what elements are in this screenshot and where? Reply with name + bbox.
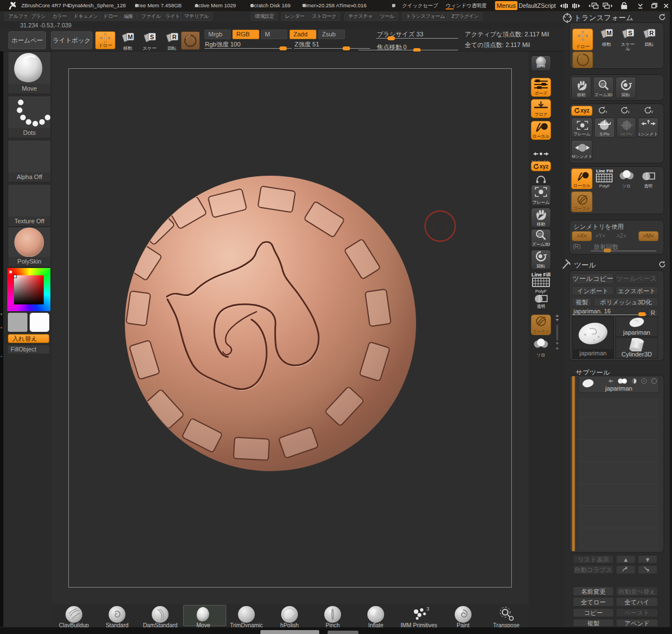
svg-text:3D: 3D (538, 232, 543, 236)
svg-text:M: M (128, 34, 133, 40)
svg-text:BPR: BPR (536, 64, 545, 69)
svg-text:x: x (605, 110, 607, 114)
svg-text:M: M (606, 30, 612, 36)
svg-text:S: S (150, 34, 154, 40)
svg-text:3: 3 (426, 606, 429, 612)
svg-text:R: R (172, 34, 177, 40)
svg-text:S: S (628, 30, 632, 36)
svg-text:3D: 3D (600, 82, 605, 86)
svg-text:R: R (650, 30, 654, 36)
svg-text:y: y (628, 110, 629, 114)
svg-text:z: z (651, 110, 653, 114)
